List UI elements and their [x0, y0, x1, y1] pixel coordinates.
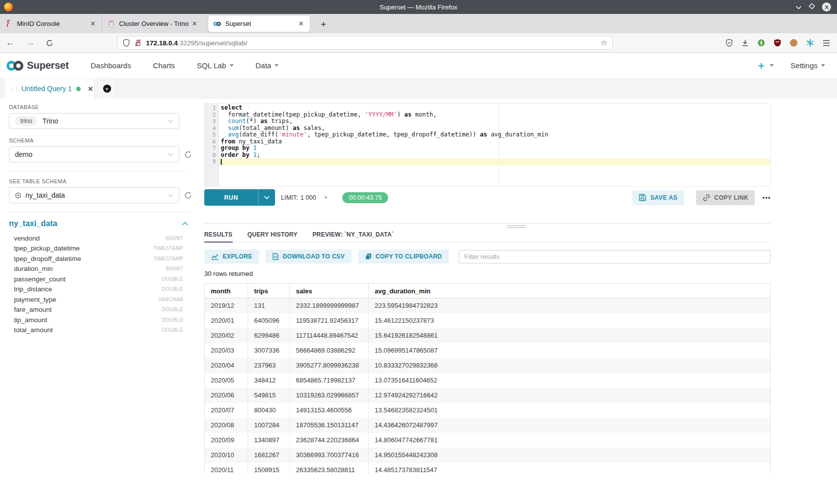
query-tab-label: Untitled Query 1	[21, 85, 72, 93]
superset-brand[interactable]: Superset	[27, 60, 69, 71]
query-tab-untitled[interactable]: ⋮⋮ Untitled Query 1 ✕	[4, 79, 95, 99]
tab-query-history[interactable]: QUERY HISTORY	[248, 228, 298, 242]
nav-item-dashboards[interactable]: Dashboards	[91, 61, 131, 70]
table-column-row[interactable]: fare_amountDOUBLE	[9, 305, 192, 315]
line-number: 3	[205, 118, 216, 125]
table-cell: 14.485173783811547	[369, 463, 771, 474]
line-number: 7	[205, 145, 216, 152]
table-header-cell[interactable]: trips	[248, 284, 290, 298]
table-select[interactable]: ny_taxi_data	[9, 187, 179, 203]
table-column-row[interactable]: passenger_countDOUBLE	[9, 274, 192, 284]
database-select[interactable]: trino Trino	[9, 113, 179, 129]
nav-item-data[interactable]: Data	[256, 61, 279, 70]
browser-tab-superset[interactable]: Superset ✕	[208, 15, 310, 32]
limit-dropdown[interactable]: LIMIT: 1 000	[281, 194, 327, 201]
query-tab-close-icon[interactable]: ✕	[88, 85, 93, 93]
downloads-icon[interactable]	[741, 39, 749, 47]
filter-results-input[interactable]	[459, 250, 771, 263]
sql-editor[interactable]: 123456789 select format_datetime(tpep_pi…	[204, 103, 771, 187]
run-options-dropdown[interactable]	[258, 189, 275, 206]
table-header-cell[interactable]: avg_duration_min	[369, 284, 771, 298]
editor-code-area[interactable]: select format_datetime(tpep_pickup_datet…	[219, 104, 770, 186]
forward-button[interactable]: →	[20, 38, 41, 48]
chevron-down-icon	[230, 64, 234, 67]
tab-close-icon[interactable]: ✕	[191, 20, 198, 27]
drag-handle-icon[interactable]: ⋮⋮	[9, 85, 18, 92]
browser-tab-trino[interactable]: Cluster Overview - Trino ✕	[102, 14, 203, 33]
table-column-row[interactable]: payment_typeVARCHAR	[9, 294, 192, 305]
column-name: fare_amount	[14, 306, 52, 313]
table-cell: 14.950155448242308	[369, 448, 771, 463]
code-line	[219, 158, 770, 165]
explore-button[interactable]: EXPLORE	[204, 250, 259, 263]
table-header-cell[interactable]: sales	[290, 284, 369, 298]
new-query-tab-button[interactable]: +	[98, 79, 116, 99]
line-number: 9	[205, 158, 216, 165]
nav-item-charts[interactable]: Charts	[153, 61, 175, 70]
code-line: select	[219, 105, 770, 112]
table-cell: 13.073516411604652	[369, 373, 771, 388]
table-row: 2020/11150891526335623.5802881114.485173…	[205, 463, 771, 474]
table-column-row[interactable]: trip_distanceDOUBLE	[9, 284, 192, 295]
table-header-cell[interactable]: month	[205, 284, 248, 298]
hamburger-menu-icon[interactable]	[823, 40, 830, 46]
run-button[interactable]: RUN	[204, 189, 275, 206]
add-new-button[interactable]: ＋	[756, 59, 774, 72]
cookie-extension-icon[interactable]	[790, 39, 798, 47]
collapse-chevron-up-icon[interactable]	[182, 222, 188, 226]
ublock-icon[interactable]	[774, 39, 781, 47]
copy-link-button[interactable]: COPY LINK	[696, 190, 755, 205]
url-bar[interactable]: 172.18.0.4:32295/superset/sqllab/ ☆	[117, 36, 613, 50]
table-schema-title[interactable]: ny_taxi_data	[9, 219, 57, 228]
table-column-row[interactable]: tip_amountDOUBLE	[9, 315, 192, 325]
refresh-table-icon[interactable]	[184, 191, 192, 200]
table-column-row[interactable]: duration_minBIGINT	[9, 264, 192, 274]
more-options-button[interactable]: •••	[762, 194, 771, 201]
chevron-down-icon	[168, 153, 173, 156]
refresh-schema-icon[interactable]	[184, 150, 192, 159]
table-column-row[interactable]: vendoridBIGINT	[9, 233, 192, 244]
reload-button[interactable]	[41, 39, 58, 47]
superset-logo-icon[interactable]	[5, 59, 25, 72]
tab-preview-table[interactable]: PREVIEW: `NY_TAXI_DATA`	[312, 228, 394, 242]
download-csv-button[interactable]: DOWNLOAD TO CSV	[266, 250, 351, 263]
new-tab-button[interactable]: ＋	[313, 18, 334, 30]
schema-select[interactable]: demo	[9, 146, 179, 162]
window-close-icon[interactable]	[822, 2, 831, 11]
table-column-row[interactable]: total_amountDOUBLE	[9, 325, 192, 336]
extension-snowflake-icon[interactable]	[806, 39, 814, 47]
divider	[9, 212, 188, 212]
code-line: count(*) as trips,	[219, 118, 770, 125]
table-column-row[interactable]: tpep_pickup_datetimeTIMESTAMP	[9, 244, 192, 254]
copy-to-clipboard-button[interactable]: COPY TO CLIPBOARD	[358, 250, 449, 263]
window-minimize-icon[interactable]	[796, 2, 802, 11]
tab-results[interactable]: RESULTS	[204, 228, 233, 242]
table-cell: 119538721.92456317	[290, 313, 369, 328]
window-maximize-icon[interactable]	[809, 2, 815, 11]
save-as-button[interactable]: SAVE AS	[632, 190, 684, 205]
table-cell: 15.46122150237873	[369, 313, 771, 328]
results-table-container[interactable]: monthtripssalesavg_duration_min 2019/121…	[204, 283, 771, 473]
column-type: TIMESTAMP	[153, 256, 192, 261]
tab-close-icon[interactable]: ✕	[297, 20, 305, 27]
column-type: BIGINT	[166, 236, 192, 241]
shield-icon[interactable]	[123, 39, 130, 47]
table-column-row[interactable]: tpep_dropoff_datetimeTIMESTAMP	[9, 253, 192, 264]
browser-tab-minio[interactable]: MinIO Console ✕	[0, 14, 102, 33]
permissions-shield-icon[interactable]	[725, 39, 733, 47]
insecure-lock-icon[interactable]	[135, 39, 141, 47]
tab-close-icon[interactable]: ✕	[89, 20, 97, 27]
back-button[interactable]: ←	[0, 38, 20, 48]
nav-label: Data	[256, 61, 272, 70]
run-label[interactable]: RUN	[204, 189, 258, 206]
table-cell: 26335623.58028811	[290, 463, 369, 474]
nav-item-sql-lab[interactable]: SQL Lab	[197, 61, 234, 70]
bookmark-star-icon[interactable]: ☆	[601, 38, 607, 47]
query-tab-strip: ⋮⋮ Untitled Query 1 ✕ +	[0, 79, 837, 99]
settings-menu[interactable]: Settings	[791, 61, 825, 70]
extension-green-icon[interactable]	[757, 39, 765, 47]
column-type: TIMESTAMP	[153, 246, 192, 251]
query-status-dot	[76, 87, 81, 91]
resize-drag-handle[interactable]	[507, 225, 526, 229]
code-line: avg(date_diff('minute', tpep_pickup_date…	[219, 131, 770, 138]
